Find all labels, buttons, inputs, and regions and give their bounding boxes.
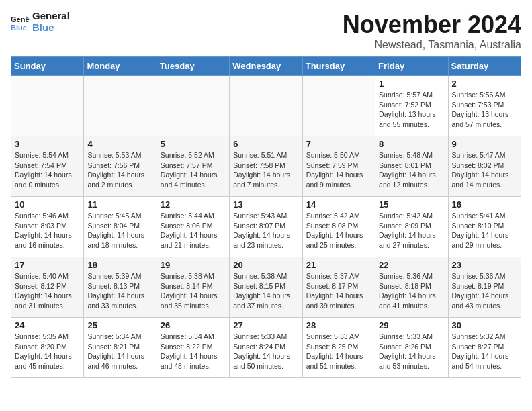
calendar-cell <box>11 76 84 136</box>
weekday-header-row: SundayMondayTuesdayWednesdayThursdayFrid… <box>11 57 521 76</box>
calendar-week-row: 10Sunrise: 5:46 AM Sunset: 8:03 PM Dayli… <box>11 197 521 257</box>
day-number: 3 <box>15 139 80 149</box>
location-subtitle: Newstead, Tasmania, Australia <box>343 39 521 51</box>
day-info: Sunrise: 5:42 AM Sunset: 8:08 PM Dayligh… <box>306 211 371 250</box>
calendar-week-row: 24Sunrise: 5:35 AM Sunset: 8:20 PM Dayli… <box>11 318 521 378</box>
day-info: Sunrise: 5:46 AM Sunset: 8:03 PM Dayligh… <box>15 211 80 250</box>
day-info: Sunrise: 5:33 AM Sunset: 8:24 PM Dayligh… <box>233 332 298 371</box>
calendar-cell: 2Sunrise: 5:56 AM Sunset: 7:53 PM Daylig… <box>448 76 521 136</box>
day-number: 2 <box>452 79 517 89</box>
day-info: Sunrise: 5:52 AM Sunset: 7:57 PM Dayligh… <box>161 150 226 190</box>
day-info: Sunrise: 5:45 AM Sunset: 8:04 PM Dayligh… <box>87 211 152 250</box>
day-number: 8 <box>379 139 444 149</box>
day-info: Sunrise: 5:39 AM Sunset: 8:13 PM Dayligh… <box>87 271 152 311</box>
day-number: 30 <box>452 320 517 330</box>
day-info: Sunrise: 5:47 AM Sunset: 8:02 PM Dayligh… <box>452 150 517 190</box>
calendar-cell: 17Sunrise: 5:40 AM Sunset: 8:12 PM Dayli… <box>11 257 84 318</box>
logo-icon: General Blue <box>11 13 30 32</box>
day-info: Sunrise: 5:44 AM Sunset: 8:06 PM Dayligh… <box>161 211 226 250</box>
weekday-header-friday: Friday <box>375 57 448 76</box>
calendar-cell: 11Sunrise: 5:45 AM Sunset: 8:04 PM Dayli… <box>84 197 157 257</box>
day-number: 16 <box>452 199 517 210</box>
day-info: Sunrise: 5:33 AM Sunset: 8:26 PM Dayligh… <box>379 332 444 371</box>
logo-general: General <box>32 11 70 22</box>
svg-text:Blue: Blue <box>11 24 27 32</box>
day-info: Sunrise: 5:37 AM Sunset: 8:17 PM Dayligh… <box>306 271 371 311</box>
day-info: Sunrise: 5:51 AM Sunset: 7:58 PM Dayligh… <box>233 150 298 190</box>
day-number: 10 <box>15 199 80 210</box>
day-number: 21 <box>306 260 371 270</box>
day-info: Sunrise: 5:38 AM Sunset: 8:14 PM Dayligh… <box>161 271 226 311</box>
weekday-header-thursday: Thursday <box>302 57 375 76</box>
calendar-cell: 18Sunrise: 5:39 AM Sunset: 8:13 PM Dayli… <box>84 257 157 318</box>
day-info: Sunrise: 5:35 AM Sunset: 8:20 PM Dayligh… <box>15 332 80 371</box>
calendar-cell: 30Sunrise: 5:32 AM Sunset: 8:27 PM Dayli… <box>448 318 521 378</box>
calendar-cell: 10Sunrise: 5:46 AM Sunset: 8:03 PM Dayli… <box>11 197 84 257</box>
day-number: 4 <box>87 139 152 149</box>
calendar-cell: 20Sunrise: 5:38 AM Sunset: 8:15 PM Dayli… <box>230 257 302 318</box>
title-block: November 2024 Newstead, Tasmania, Austra… <box>343 11 521 51</box>
weekday-header-sunday: Sunday <box>11 57 84 76</box>
day-number: 24 <box>15 320 80 330</box>
calendar-cell: 21Sunrise: 5:37 AM Sunset: 8:17 PM Dayli… <box>302 257 375 318</box>
calendar-cell: 15Sunrise: 5:42 AM Sunset: 8:09 PM Dayli… <box>375 197 448 257</box>
calendar-cell: 29Sunrise: 5:33 AM Sunset: 8:26 PM Dayli… <box>375 318 448 378</box>
calendar-cell: 19Sunrise: 5:38 AM Sunset: 8:14 PM Dayli… <box>157 257 229 318</box>
calendar-cell: 14Sunrise: 5:42 AM Sunset: 8:08 PM Dayli… <box>302 197 375 257</box>
calendar-cell <box>302 76 375 136</box>
month-title: November 2024 <box>343 11 521 39</box>
calendar-cell: 13Sunrise: 5:43 AM Sunset: 8:07 PM Dayli… <box>230 197 302 257</box>
day-number: 6 <box>233 139 298 149</box>
day-info: Sunrise: 5:56 AM Sunset: 7:53 PM Dayligh… <box>452 90 517 130</box>
day-number: 15 <box>379 199 444 210</box>
weekday-header-saturday: Saturday <box>448 57 521 76</box>
calendar-cell: 5Sunrise: 5:52 AM Sunset: 7:57 PM Daylig… <box>157 136 229 197</box>
calendar-cell: 16Sunrise: 5:41 AM Sunset: 8:10 PM Dayli… <box>448 197 521 257</box>
day-info: Sunrise: 5:43 AM Sunset: 8:07 PM Dayligh… <box>233 211 298 250</box>
day-info: Sunrise: 5:32 AM Sunset: 8:27 PM Dayligh… <box>452 332 517 371</box>
day-number: 1 <box>379 79 444 89</box>
calendar-cell: 24Sunrise: 5:35 AM Sunset: 8:20 PM Dayli… <box>11 318 84 378</box>
calendar-cell: 22Sunrise: 5:36 AM Sunset: 8:18 PM Dayli… <box>375 257 448 318</box>
day-number: 23 <box>452 260 517 270</box>
day-number: 14 <box>306 199 371 210</box>
day-number: 22 <box>379 260 444 270</box>
day-info: Sunrise: 5:34 AM Sunset: 8:22 PM Dayligh… <box>161 332 226 371</box>
day-number: 11 <box>87 199 152 210</box>
calendar-cell: 4Sunrise: 5:53 AM Sunset: 7:56 PM Daylig… <box>84 136 157 197</box>
page-header: General Blue General Blue November 2024 … <box>11 11 521 51</box>
day-info: Sunrise: 5:36 AM Sunset: 8:19 PM Dayligh… <box>452 271 517 311</box>
day-number: 5 <box>161 139 226 149</box>
calendar-cell: 1Sunrise: 5:57 AM Sunset: 7:52 PM Daylig… <box>375 76 448 136</box>
day-info: Sunrise: 5:57 AM Sunset: 7:52 PM Dayligh… <box>379 90 444 130</box>
day-info: Sunrise: 5:42 AM Sunset: 8:09 PM Dayligh… <box>379 211 444 250</box>
day-info: Sunrise: 5:40 AM Sunset: 8:12 PM Dayligh… <box>15 271 80 311</box>
day-info: Sunrise: 5:50 AM Sunset: 7:59 PM Dayligh… <box>306 150 371 190</box>
day-number: 28 <box>306 320 371 330</box>
day-number: 13 <box>233 199 298 210</box>
logo-blue: Blue <box>32 22 70 34</box>
day-number: 25 <box>87 320 152 330</box>
day-number: 19 <box>161 260 226 270</box>
day-info: Sunrise: 5:54 AM Sunset: 7:54 PM Dayligh… <box>15 150 80 190</box>
weekday-header-monday: Monday <box>84 57 157 76</box>
day-number: 26 <box>161 320 226 330</box>
day-number: 27 <box>233 320 298 330</box>
calendar-cell: 7Sunrise: 5:50 AM Sunset: 7:59 PM Daylig… <box>302 136 375 197</box>
calendar-cell: 6Sunrise: 5:51 AM Sunset: 7:58 PM Daylig… <box>230 136 302 197</box>
calendar-cell: 27Sunrise: 5:33 AM Sunset: 8:24 PM Dayli… <box>230 318 302 378</box>
day-number: 7 <box>306 139 371 149</box>
day-info: Sunrise: 5:36 AM Sunset: 8:18 PM Dayligh… <box>379 271 444 311</box>
day-number: 29 <box>379 320 444 330</box>
calendar-cell: 23Sunrise: 5:36 AM Sunset: 8:19 PM Dayli… <box>448 257 521 318</box>
day-info: Sunrise: 5:38 AM Sunset: 8:15 PM Dayligh… <box>233 271 298 311</box>
calendar-cell: 9Sunrise: 5:47 AM Sunset: 8:02 PM Daylig… <box>448 136 521 197</box>
calendar-cell: 3Sunrise: 5:54 AM Sunset: 7:54 PM Daylig… <box>11 136 84 197</box>
day-number: 12 <box>161 199 226 210</box>
calendar-cell <box>84 76 157 136</box>
day-info: Sunrise: 5:33 AM Sunset: 8:25 PM Dayligh… <box>306 332 371 371</box>
calendar-table: SundayMondayTuesdayWednesdayThursdayFrid… <box>11 56 521 378</box>
day-info: Sunrise: 5:41 AM Sunset: 8:10 PM Dayligh… <box>452 211 517 250</box>
calendar-cell: 26Sunrise: 5:34 AM Sunset: 8:22 PM Dayli… <box>157 318 229 378</box>
weekday-header-wednesday: Wednesday <box>230 57 302 76</box>
